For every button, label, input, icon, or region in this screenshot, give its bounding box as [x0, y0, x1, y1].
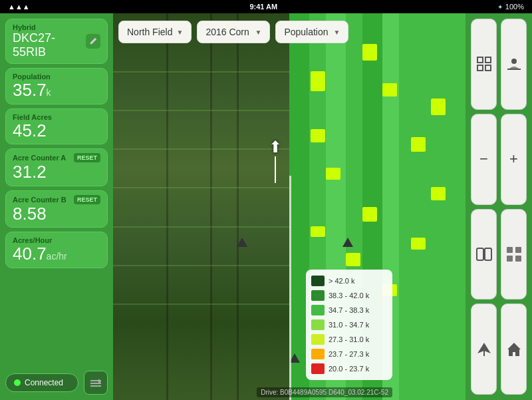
hybrid-card: Hybrid DKC27-55RIB [5, 19, 108, 64]
highlight-10 [431, 99, 446, 115]
svg-rect-14 [507, 256, 513, 262]
control-row-2: − + [471, 114, 527, 205]
highlight-11 [431, 187, 446, 200]
legend-row: 34.7 - 38.3 k [311, 303, 387, 317]
svg-rect-4 [477, 57, 483, 63]
svg-point-8 [511, 59, 517, 64]
legend-color-swatch [311, 334, 325, 345]
zoom-in-button[interactable]: + [501, 114, 527, 205]
triangle-marker-left [237, 238, 247, 247]
layer-dropdown-arrow: ▼ [333, 29, 340, 36]
status-bar-left: ▲▲▲ [8, 3, 30, 11]
field-divider [289, 176, 291, 400]
svg-rect-5 [485, 57, 491, 63]
vehicle-line [275, 156, 276, 183]
highlight-1 [311, 71, 325, 91]
hybrid-edit-button[interactable] [86, 34, 100, 49]
row-strip [113, 226, 289, 228]
svg-rect-6 [477, 65, 483, 71]
field-acres-value: 45.2 [13, 121, 100, 140]
legend-label: 34.7 - 38.3 k [329, 306, 369, 314]
legend-row: 38.3 - 42.0 k [311, 288, 387, 303]
acre-counter-a-reset-button[interactable]: RESET [74, 153, 100, 162]
row-strip [113, 303, 289, 305]
svg-rect-10 [477, 248, 483, 260]
row-strip [113, 110, 289, 111]
svg-rect-2 [90, 385, 101, 387]
field-acres-card: Field Acres 45.2 [5, 108, 108, 145]
legend-label: 23.7 - 27.3 k [329, 350, 369, 358]
year-crop-dropdown[interactable]: 2016 Corn ▼ [197, 21, 270, 43]
split-view-button[interactable] [471, 209, 497, 300]
acre-counter-a-card: Acre Counter A RESET 31.2 [5, 148, 108, 186]
top-toolbar: North Field ▼ 2016 Corn ▼ Population ▼ [113, 13, 466, 51]
legend-color-swatch [311, 363, 325, 374]
acre-counter-b-value: 8.58 [13, 204, 100, 224]
bluetooth-icon: ✦ [497, 3, 503, 11]
acre-counter-a-value: 31.2 [13, 162, 100, 182]
grid-view-button[interactable] [501, 209, 527, 300]
left-panel: Hybrid DKC27-55RIB Population 35.7k Fiel… [0, 13, 113, 400]
control-row-4 [471, 303, 527, 395]
acre-counter-b-card: Acre Counter B RESET 8.58 [5, 190, 108, 228]
triangle-marker-right [342, 238, 353, 247]
map-area: North Field ▼ 2016 Corn ▼ Population ▼ [113, 13, 466, 400]
field-dropdown[interactable]: North Field ▼ [118, 21, 192, 43]
navigation-button[interactable] [84, 371, 108, 395]
population-value: 35.7k [13, 81, 100, 100]
acres-hour-card: Acres/Hour 40.7ac/hr [5, 232, 108, 268]
year-crop-dropdown-arrow: ▼ [255, 29, 261, 36]
highlight-5 [326, 168, 340, 180]
connected-badge: Connected [5, 373, 78, 392]
field-dropdown-arrow: ▼ [176, 29, 183, 36]
legend-row: 31.0 - 34.7 k [311, 317, 387, 332]
status-bar: ▲▲▲ 9:41 AM ✦ 100% [0, 0, 532, 13]
acre-counter-b-reset-button[interactable]: RESET [74, 195, 100, 204]
highlight-2 [311, 129, 325, 142]
right-panel: − + [466, 13, 532, 400]
legend-color-swatch [311, 349, 325, 359]
hybrid-info: Hybrid DKC27-55RIB [13, 23, 86, 59]
minus-icon: − [479, 150, 488, 168]
control-row-1 [471, 19, 527, 110]
vehicle-marker: ⬆ [269, 138, 282, 183]
status-bar-time: 9:41 AM [249, 3, 277, 11]
svg-rect-12 [507, 247, 513, 253]
legend-row: 27.3 - 31.0 k [311, 332, 387, 347]
highlight-13 [411, 238, 426, 250]
layer-dropdown[interactable]: Population ▼ [275, 21, 348, 43]
acre-counter-a-label: Acre Counter A RESET [13, 153, 100, 162]
home-button[interactable] [501, 303, 527, 395]
field-view-button[interactable] [501, 19, 527, 110]
connected-label: Connected [25, 378, 63, 387]
layer-dropdown-label: Population [284, 27, 328, 37]
highlight-4 [382, 83, 397, 97]
legend-color-swatch [311, 276, 325, 286]
population-card: Population 35.7k [5, 68, 108, 104]
legend-label: 31.0 - 34.7 k [329, 321, 369, 329]
legend: > 42.0 k38.3 - 42.0 k34.7 - 38.3 k31.0 -… [306, 270, 392, 380]
legend-row: > 42.0 k [311, 274, 387, 288]
highlight-12 [411, 137, 426, 152]
legend-color-swatch [311, 290, 325, 301]
legend-label: 20.0 - 23.7 k [329, 365, 369, 373]
legend-color-swatch [311, 305, 325, 315]
legend-label: 38.3 - 42.0 k [329, 292, 369, 300]
fit-field-button[interactable] [471, 19, 497, 110]
control-row-3 [471, 209, 527, 300]
legend-label: > 42.0 k [329, 277, 354, 285]
row-strip [113, 265, 289, 266]
hybrid-value: DKC27-55RIB [13, 31, 86, 59]
row-strip [113, 148, 289, 150]
acre-counter-b-label: Acre Counter B RESET [13, 195, 100, 204]
highlight-8 [346, 253, 360, 266]
plus-icon: + [509, 150, 518, 168]
svg-rect-15 [515, 256, 521, 262]
row-strip [113, 187, 289, 188]
direction-button[interactable] [471, 303, 497, 395]
zoom-out-button[interactable]: − [471, 114, 497, 205]
svg-rect-11 [485, 248, 491, 260]
svg-marker-18 [507, 343, 521, 356]
field-acres-label: Field Acres [13, 113, 100, 121]
vehicle-icon: ⬆ [269, 138, 282, 156]
